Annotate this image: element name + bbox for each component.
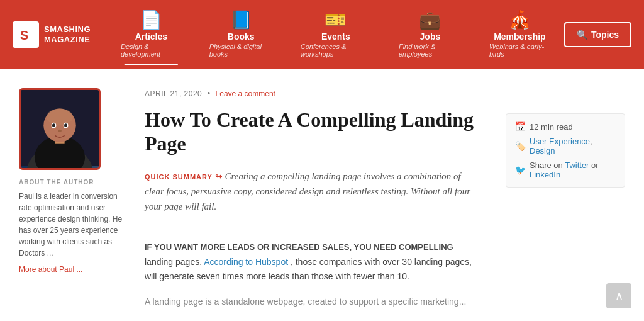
quick-summary-block: Quick Summary ↬ Creating a compelling la… xyxy=(145,169,474,214)
tag-user-experience[interactable]: User Experience xyxy=(530,137,590,146)
svg-point-7 xyxy=(47,108,73,125)
nav-item-membership[interactable]: 🎪 Membership Webinars & early-birds xyxy=(475,5,564,64)
jobs-icon: 💼 xyxy=(419,11,441,29)
twitter-share-link[interactable]: Twitter xyxy=(565,160,589,170)
tags-row: 🏷️ User Experience, Design xyxy=(515,137,616,155)
article-info-sidebar: 📅 12 min read 🏷️ User Experience, Design… xyxy=(506,88,625,310)
tag-icon: 🏷️ xyxy=(515,141,526,151)
author-bio: Paul is a leader in conversion rate opti… xyxy=(19,191,126,259)
read-time-row: 📅 12 min read xyxy=(515,121,616,132)
article-title: How To Create A Compelling Landing Page xyxy=(145,108,474,156)
meta-separator: • xyxy=(207,88,210,99)
twitter-icon: 🐦 xyxy=(515,165,526,175)
more-about-author-link[interactable]: More about Paul ... xyxy=(19,265,82,274)
logo-icon: S xyxy=(13,21,39,48)
article-body-paragraph-2: A landing page is a standalone webpage, … xyxy=(145,295,474,310)
author-photo xyxy=(19,88,101,170)
scroll-to-top-button[interactable]: ∧ xyxy=(606,283,631,308)
about-author-label: About The Author xyxy=(19,179,126,186)
svg-point-12 xyxy=(58,130,62,132)
search-icon: 🔍 xyxy=(577,30,587,40)
membership-icon: 🎪 xyxy=(509,11,531,29)
books-icon: 📘 xyxy=(230,11,252,29)
nav-item-events[interactable]: 🎫 Events Conferences & workshops xyxy=(287,5,385,64)
share-text: Share on Twitter or LinkedIn xyxy=(530,160,616,179)
article-meta: April 21, 2020 • Leave a comment xyxy=(145,88,474,99)
logo[interactable]: S SMASHING MAGAZINE xyxy=(13,21,94,48)
quick-summary-arrow: ↬ xyxy=(215,172,223,181)
leave-comment-link[interactable]: Leave a comment xyxy=(216,89,275,98)
topics-button[interactable]: 🔍 Topics xyxy=(564,22,631,47)
article-info-box: 📅 12 min read 🏷️ User Experience, Design… xyxy=(506,113,625,188)
nav-items: 📄 Articles Design & development 📘 Books … xyxy=(107,5,564,64)
author-sidebar: About The Author Paul is a leader in con… xyxy=(19,88,126,310)
page-body: About The Author Paul is a leader in con… xyxy=(0,69,644,321)
tag-design[interactable]: Design xyxy=(530,146,555,155)
read-time: 12 min read xyxy=(530,122,573,132)
share-row: 🐦 Share on Twitter or LinkedIn xyxy=(515,160,616,179)
nav-item-jobs[interactable]: 💼 Jobs Find work & employees xyxy=(385,5,475,64)
logo-text: SMASHING MAGAZINE xyxy=(44,25,91,44)
navigation: S SMASHING MAGAZINE 📄 Articles Design & … xyxy=(0,0,644,69)
article-main: April 21, 2020 • Leave a comment How To … xyxy=(145,88,487,310)
article-divider xyxy=(145,227,474,227)
article-date: April 21, 2020 xyxy=(145,89,202,98)
article-body-paragraph-1: If you want more leads or increased sale… xyxy=(145,240,474,284)
article-intro-rest: landing pages. xyxy=(145,257,202,267)
svg-text:S: S xyxy=(20,28,28,42)
svg-point-11 xyxy=(64,123,67,127)
tags: User Experience, Design xyxy=(530,137,616,155)
chevron-up-icon: ∧ xyxy=(615,289,623,303)
article-intro-bold: If you want more leads or increased sale… xyxy=(145,242,453,252)
events-icon: 🎫 xyxy=(325,11,347,29)
articles-icon: 📄 xyxy=(140,11,162,29)
hubspot-link[interactable]: According to Hubspot xyxy=(204,257,288,267)
svg-point-10 xyxy=(52,123,55,127)
calendar-icon: 📅 xyxy=(515,121,526,132)
nav-item-books[interactable]: 📘 Books Physical & digital books xyxy=(196,5,287,64)
nav-item-articles[interactable]: 📄 Articles Design & development xyxy=(107,5,196,64)
quick-summary-label: Quick Summary xyxy=(145,173,213,181)
linkedin-share-link[interactable]: LinkedIn xyxy=(530,170,560,179)
